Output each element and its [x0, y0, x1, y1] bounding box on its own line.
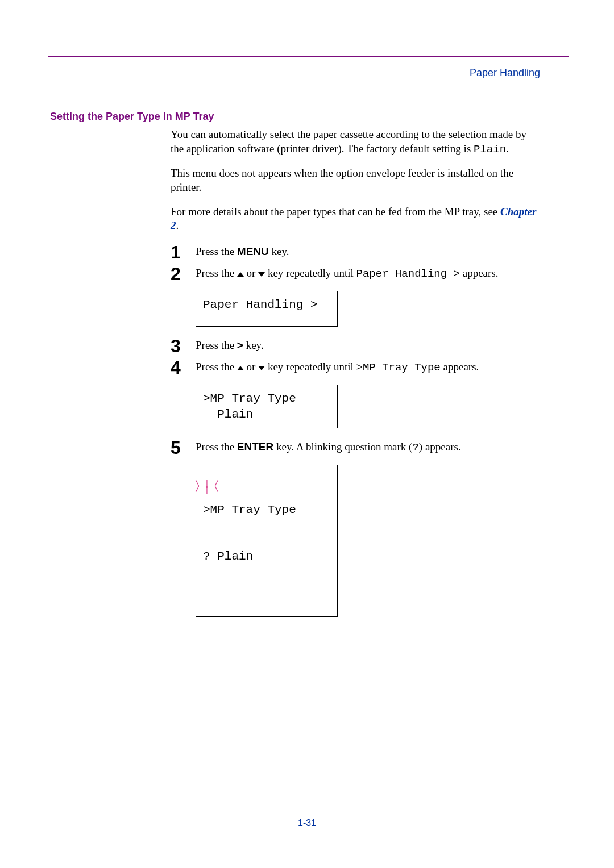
section-heading: Setting the Paper Type in MP Tray — [50, 111, 214, 123]
lcd3-line1: >MP Tray Type — [203, 502, 330, 518]
step4-tail: appears. — [441, 361, 479, 373]
step-4: 4 Press the or key repeatedly until >MP … — [171, 358, 540, 377]
step-body: Press the > key. — [196, 337, 540, 352]
step2-tail: appears. — [460, 267, 499, 279]
step-5: 5 Press the ENTER key. A blinking questi… — [171, 439, 540, 457]
menu-key-label: MENU — [237, 245, 269, 257]
blinking-question-mark: ? — [203, 550, 210, 563]
step3-pre: Press the — [196, 339, 237, 351]
step4-postkey: key repeatedly until — [265, 361, 356, 373]
blink-indicator-icon: \ | // | \ — [195, 481, 219, 493]
step-number: 1 — [171, 243, 196, 261]
lcd-display-2: >MP Tray Type Plain — [196, 385, 338, 428]
content-area: You can automatically select the paper c… — [171, 128, 540, 627]
intro-paragraph-2: This menu does not appears when the opti… — [171, 166, 540, 194]
steps-list: 1 Press the MENU key. 2 Press the or key… — [171, 243, 540, 617]
step-1: 1 Press the MENU key. — [171, 243, 540, 261]
up-arrow-icon — [237, 272, 244, 277]
lcd3-line2: ? Plain — [203, 549, 330, 564]
page-number: 1-31 — [0, 818, 614, 828]
up-arrow-icon — [237, 366, 244, 370]
down-arrow-icon — [258, 272, 265, 277]
intro-paragraph-3: For more details about the paper types t… — [171, 205, 540, 233]
lcd-display-1: Paper Handling > — [196, 291, 338, 327]
p3-text-a: For more details about the paper types t… — [171, 206, 500, 218]
lcd-display-3: >MP Tray Type ? Plain \ | // | \ — [196, 465, 338, 617]
step5-tail: ) appears. — [419, 441, 461, 453]
step5-post: key. A blinking question mark ( — [273, 441, 412, 453]
step4-pre: Press the — [196, 361, 237, 373]
step-number: 5 — [171, 439, 196, 457]
step2-pre: Press the — [196, 267, 237, 279]
step-body: Press the MENU key. — [196, 243, 540, 258]
header-label: Paper Handling — [470, 67, 540, 79]
step-number: 2 — [171, 265, 196, 283]
p1-text-b: . — [506, 143, 509, 155]
step4-mid: or — [244, 361, 258, 373]
step-2: 2 Press the or key repeatedly until Pape… — [171, 265, 540, 283]
enter-key-label: ENTER — [237, 441, 273, 453]
step2-postkey: key repeatedly until — [265, 267, 356, 279]
step5-pre: Press the — [196, 441, 237, 453]
step-body: Press the or key repeatedly until >MP Tr… — [196, 358, 540, 374]
step5-mono: ? — [412, 441, 418, 454]
step-number: 4 — [171, 358, 196, 377]
top-rule — [48, 56, 569, 57]
step3-post: key. — [243, 339, 264, 351]
intro-paragraph-1: You can automatically select the paper c… — [171, 128, 540, 156]
p1-mono: Plain — [474, 143, 506, 156]
p3-text-b: . — [176, 219, 179, 231]
lcd3-line2b: Plain — [210, 550, 254, 563]
step-number: 3 — [171, 337, 196, 355]
step-3: 3 Press the > key. — [171, 337, 540, 355]
step2-mid: or — [244, 267, 258, 279]
step-body: Press the ENTER key. A blinking question… — [196, 439, 540, 454]
step-body: Press the or key repeatedly until Paper … — [196, 265, 540, 280]
step1-post: key. — [269, 245, 289, 257]
right-key-label: > — [237, 339, 243, 351]
step2-mono: Paper Handling > — [356, 268, 460, 280]
step1-pre: Press the — [196, 245, 237, 257]
step4-mono: >MP Tray Type — [356, 361, 441, 374]
down-arrow-icon — [258, 366, 265, 370]
